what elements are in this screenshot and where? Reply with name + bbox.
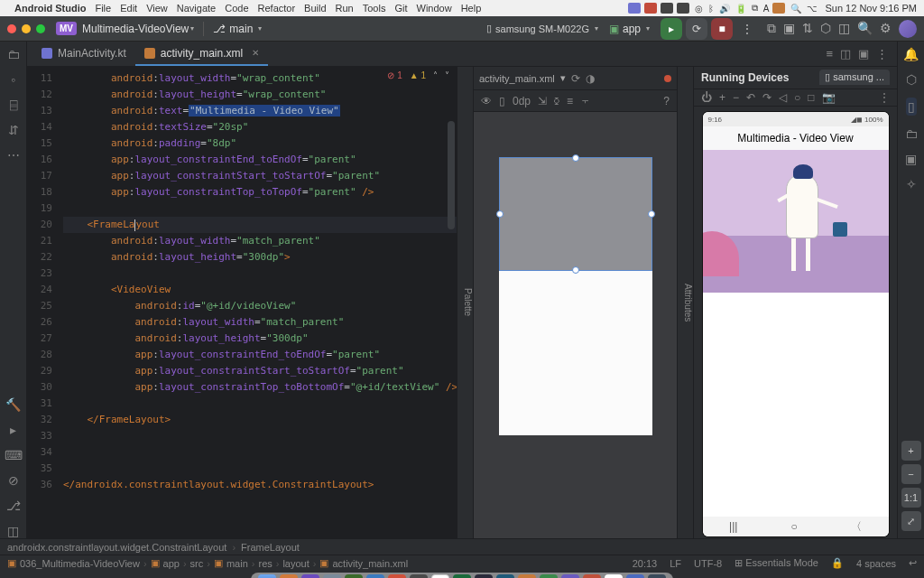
tab-menu-icon[interactable]: ⋮ <box>876 47 888 61</box>
path-seg[interactable]: app <box>163 558 180 569</box>
commit-tool-icon[interactable]: ◦ <box>11 72 15 87</box>
profiler-icon[interactable]: ⧉ <box>767 21 776 36</box>
chevron-down-icon[interactable]: ˅ <box>445 70 449 80</box>
design-file-label[interactable]: activity_main.xml <box>479 73 555 84</box>
window-controls[interactable] <box>7 24 45 33</box>
readonly-icon[interactable]: 🔒 <box>831 557 844 569</box>
running-devices-icon[interactable]: ▯ <box>906 98 917 116</box>
dock-app[interactable] <box>323 574 341 578</box>
emulator-icon[interactable]: ▣ <box>905 152 917 166</box>
error-indicator-icon[interactable] <box>664 75 671 82</box>
settings-icon[interactable]: ⚙ <box>880 21 892 36</box>
dock-app[interactable] <box>410 574 428 578</box>
shield-icon[interactable]: ◎ <box>695 4 703 14</box>
path-seg[interactable]: res <box>258 558 272 569</box>
path-file[interactable]: activity_main.xml <box>332 558 408 569</box>
palette-panel-label[interactable]: Palette <box>457 67 473 538</box>
dock-app[interactable] <box>648 574 666 578</box>
home-icon[interactable]: ○ <box>794 91 800 104</box>
align-icon[interactable]: ≡ <box>567 95 573 107</box>
recents-icon[interactable]: ||| <box>729 520 737 533</box>
zoom-reset-button[interactable]: ⤢ <box>901 511 921 531</box>
more-icon[interactable]: ⋮ <box>879 91 890 104</box>
eye-icon[interactable]: 👁 <box>481 95 492 107</box>
zoom-fit-button[interactable]: 1:1 <box>901 488 921 508</box>
sdk-icon[interactable]: ⬡ <box>820 21 831 36</box>
theme-icon[interactable]: ◑ <box>586 72 595 85</box>
zoom-out-button[interactable]: − <box>901 464 921 484</box>
run-button[interactable]: ▸ <box>661 18 682 40</box>
dock-app[interactable] <box>605 574 623 578</box>
menu-window[interactable]: Window <box>417 3 452 14</box>
run-tool-icon[interactable]: ▸ <box>10 423 16 437</box>
video-view-area[interactable] <box>703 150 889 293</box>
help-icon[interactable]: ? <box>663 95 670 107</box>
code-view-icon[interactable]: ≡ <box>826 47 833 61</box>
battery-icon[interactable]: 🔋 <box>735 4 746 14</box>
gradle-icon[interactable]: ⬡ <box>906 72 917 87</box>
editor-scrollbar[interactable] <box>448 121 455 229</box>
device-manager-icon[interactable]: ▣ <box>783 21 795 36</box>
menu-run[interactable]: Run <box>336 3 354 14</box>
close-icon[interactable] <box>7 24 16 33</box>
chevron-down-icon[interactable]: ▾ <box>190 24 194 33</box>
dock-app[interactable] <box>366 574 384 578</box>
overview-icon[interactable]: □ <box>808 91 814 104</box>
split-view-icon[interactable]: ◫ <box>840 47 851 61</box>
macos-dock[interactable] <box>0 571 924 578</box>
bluetooth-icon[interactable]: ᛒ <box>708 4 714 14</box>
menu-navigate[interactable]: Navigate <box>177 3 216 14</box>
tray-icon[interactable] <box>644 3 657 14</box>
menu-view[interactable]: View <box>146 3 168 14</box>
menu-build[interactable]: Build <box>304 3 326 14</box>
crumb[interactable]: FrameLayout <box>241 542 300 553</box>
device-mirror[interactable]: 9:16 ◢◼ 100% Multimedia - Video View <box>703 112 889 536</box>
wrap-icon[interactable]: ↩ <box>909 557 917 569</box>
more-tool-icon[interactable]: ⋯ <box>7 148 20 163</box>
problems-tool-icon[interactable]: ⊘ <box>8 473 19 488</box>
selected-component[interactable] <box>499 157 652 271</box>
menu-edit[interactable]: Edit <box>120 3 137 14</box>
design-view-icon[interactable]: ▣ <box>858 47 869 61</box>
dock-app[interactable] <box>388 574 406 578</box>
power-icon[interactable]: ⏻ <box>701 91 712 104</box>
input-icon[interactable]: A <box>763 4 770 14</box>
dock-app[interactable] <box>583 574 601 578</box>
dock-app[interactable] <box>540 574 558 578</box>
volume-icon[interactable]: 🔊 <box>719 4 730 14</box>
chevron-up-icon[interactable]: ˄ <box>433 70 438 80</box>
tab-mainactivity[interactable]: MainActivity.kt <box>32 42 135 66</box>
device-select-icon[interactable]: ▯ <box>499 95 505 107</box>
margin-value[interactable]: 0dp <box>513 95 531 107</box>
device-selector[interactable]: ▯ samsung SM-M022G ▾ <box>486 23 598 34</box>
menubar-app-name[interactable]: Android Studio <box>14 3 86 14</box>
rotate-left-icon[interactable]: ↶ <box>746 91 755 104</box>
dock-app[interactable] <box>345 574 363 578</box>
attributes-panel-label[interactable]: Attributes <box>677 67 693 538</box>
menu-refactor[interactable]: Refactor <box>258 3 296 14</box>
account-avatar[interactable] <box>899 20 917 38</box>
wifi-icon[interactable]: ⧉ <box>752 3 758 14</box>
element-breadcrumb[interactable]: androidx.constraintlayout.widget.Constra… <box>0 538 924 555</box>
project-tool-icon[interactable]: 🗀 <box>7 47 20 61</box>
project-name[interactable]: Multimedia-VideoView <box>82 23 189 35</box>
crumb[interactable]: androidx.constraintlayout.widget.Constra… <box>7 542 226 553</box>
line-ending[interactable]: LF <box>670 558 681 569</box>
constraint-icon[interactable]: ⇲ <box>538 95 547 107</box>
menu-code[interactable]: Code <box>225 3 248 14</box>
dock-app[interactable] <box>453 574 471 578</box>
sync-icon[interactable]: ⇅ <box>802 21 813 36</box>
device-explorer-icon[interactable]: 🗀 <box>905 126 918 141</box>
layout-tool-icon[interactable]: ◫ <box>7 524 19 538</box>
dock-app-chrome[interactable] <box>431 574 449 578</box>
tab-activity-main[interactable]: activity_main.xml ✕ <box>135 42 268 66</box>
dock-app[interactable] <box>301 574 319 578</box>
notifications-icon[interactable]: 🔔 <box>903 47 919 61</box>
menu-tools[interactable]: Tools <box>363 3 386 14</box>
terminal-tool-icon[interactable]: ⌨ <box>5 448 23 462</box>
layout-canvas[interactable] <box>474 112 677 538</box>
inspection-badges[interactable]: ⊘ 1 ▲ 1 ˄ ˅ <box>387 70 449 80</box>
ide-mode[interactable]: ⊞ Essentials Mode <box>735 557 818 569</box>
more-actions-button[interactable]: ⋮ <box>736 18 758 40</box>
editor-gutter[interactable]: 1112131415161718192021222324252627282930… <box>27 67 58 538</box>
